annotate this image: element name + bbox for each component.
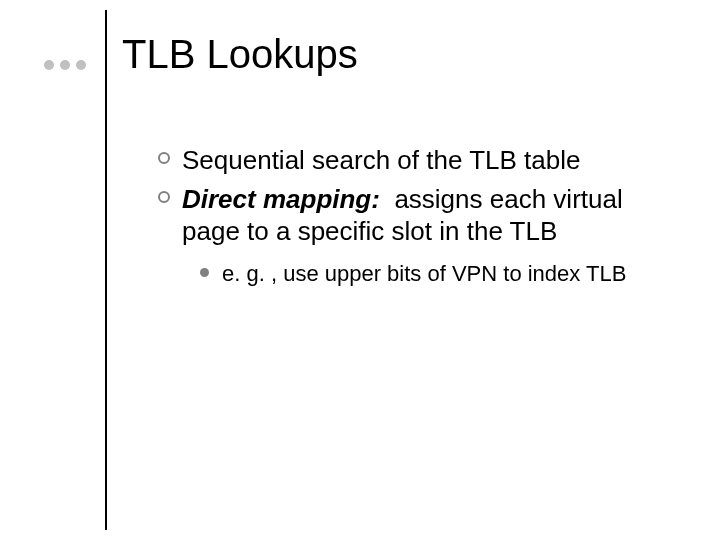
bullet-level1: Sequential search of the TLB table (158, 144, 678, 177)
bullet-level2: e. g. , use upper bits of VPN to index T… (200, 260, 672, 288)
slide: TLB Lookups Sequential search of the TLB… (0, 0, 720, 540)
accent-dot-icon (44, 60, 54, 70)
bullet-spacer (380, 184, 394, 214)
slide-title: TLB Lookups (122, 32, 358, 77)
bullet-strong-text: Direct mapping: (182, 184, 380, 214)
slide-body: Sequential search of the TLB table Direc… (158, 144, 678, 287)
bullet-text: Sequential search of the TLB table (182, 145, 580, 175)
vertical-divider (105, 10, 107, 530)
disc-bullet-icon (200, 268, 209, 277)
accent-dots (44, 60, 86, 70)
ring-bullet-icon (158, 152, 170, 164)
bullet-level1: Direct mapping: assigns each virtual pag… (158, 183, 678, 248)
ring-bullet-icon (158, 191, 170, 203)
accent-dot-icon (76, 60, 86, 70)
accent-dot-icon (60, 60, 70, 70)
bullet-text: e. g. , use upper bits of VPN to index T… (222, 261, 626, 286)
